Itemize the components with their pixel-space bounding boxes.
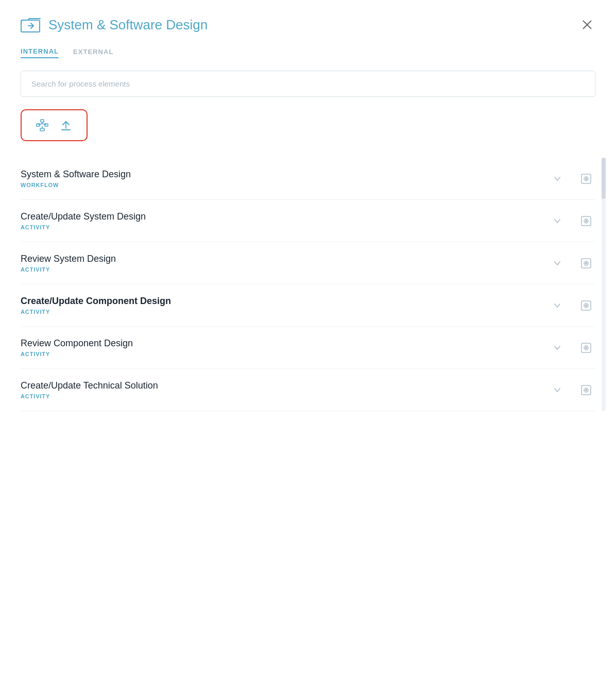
content-list: System & Software Design WORKFLOW xyxy=(21,158,595,411)
item-info: System & Software Design WORKFLOW xyxy=(21,169,548,188)
item-type: ACTIVITY xyxy=(21,224,548,230)
item-type: ACTIVITY xyxy=(21,351,548,357)
list-item: Create/Update System Design ACTIVITY xyxy=(21,200,595,242)
svg-point-25 xyxy=(586,347,587,348)
search-container xyxy=(21,71,595,97)
scrollbar-track[interactable] xyxy=(602,158,606,411)
item-info: Review System Design ACTIVITY xyxy=(21,254,548,273)
item-actions xyxy=(548,381,595,399)
toolbar xyxy=(21,109,88,141)
search-input[interactable] xyxy=(21,71,595,97)
svg-point-13 xyxy=(586,178,587,179)
expand-button[interactable] xyxy=(548,339,567,357)
close-button[interactable] xyxy=(579,16,595,33)
item-name: Create/Update Technical Solution xyxy=(21,380,548,391)
item-info: Review Component Design ACTIVITY xyxy=(21,338,548,357)
expand-button[interactable] xyxy=(548,212,567,230)
item-name: Create/Update Component Design xyxy=(21,296,548,307)
preview-button[interactable] xyxy=(577,212,595,230)
item-actions xyxy=(548,212,595,230)
preview-button[interactable] xyxy=(577,381,595,399)
list-item: Create/Update Component Design ACTIVITY xyxy=(21,284,595,327)
tab-external[interactable]: EXTERNAL xyxy=(73,47,113,58)
item-type: ACTIVITY xyxy=(21,266,548,273)
preview-button[interactable] xyxy=(577,254,595,273)
scrollbar-thumb[interactable] xyxy=(602,158,606,199)
svg-point-16 xyxy=(586,220,587,222)
item-type: WORKFLOW xyxy=(21,182,548,188)
expand-button[interactable] xyxy=(548,381,567,399)
header-left: System & Software Design xyxy=(21,16,208,33)
svg-point-28 xyxy=(586,389,587,391)
list-item: Review Component Design ACTIVITY xyxy=(21,327,595,369)
item-actions xyxy=(548,254,595,273)
item-info: Create/Update System Design ACTIVITY xyxy=(21,211,548,230)
tab-bar: INTERNAL EXTERNAL xyxy=(21,47,595,58)
item-actions xyxy=(548,296,595,315)
expand-button[interactable] xyxy=(548,254,567,273)
item-name: System & Software Design xyxy=(21,169,548,180)
panel: System & Software Design INTERNAL EXTERN… xyxy=(0,0,616,673)
expand-button[interactable] xyxy=(548,170,567,188)
list-item: System & Software Design WORKFLOW xyxy=(21,158,595,200)
svg-rect-7 xyxy=(40,128,44,131)
item-actions xyxy=(548,170,595,188)
preview-button[interactable] xyxy=(577,170,595,188)
item-type: ACTIVITY xyxy=(21,393,548,399)
folder-link-icon xyxy=(21,16,41,33)
svg-point-22 xyxy=(586,305,587,306)
item-name: Review Component Design xyxy=(21,338,548,349)
svg-point-19 xyxy=(586,262,587,264)
item-name: Create/Update System Design xyxy=(21,211,548,222)
item-type: ACTIVITY xyxy=(21,309,548,315)
upload-icon[interactable] xyxy=(55,115,77,135)
hierarchy-icon[interactable] xyxy=(31,115,54,135)
list-item: Create/Update Technical Solution ACTIVIT… xyxy=(21,369,595,411)
item-info: Create/Update Component Design ACTIVITY xyxy=(21,296,548,315)
preview-button[interactable] xyxy=(577,296,595,315)
item-info: Create/Update Technical Solution ACTIVIT… xyxy=(21,380,548,399)
item-actions xyxy=(548,339,595,357)
header: System & Software Design xyxy=(21,16,595,33)
page-title: System & Software Design xyxy=(48,17,208,33)
expand-button[interactable] xyxy=(548,296,567,315)
svg-rect-4 xyxy=(41,120,44,122)
list-item: Review System Design ACTIVITY xyxy=(21,242,595,284)
tab-internal[interactable]: INTERNAL xyxy=(21,47,59,58)
preview-button[interactable] xyxy=(577,339,595,357)
item-name: Review System Design xyxy=(21,254,548,264)
